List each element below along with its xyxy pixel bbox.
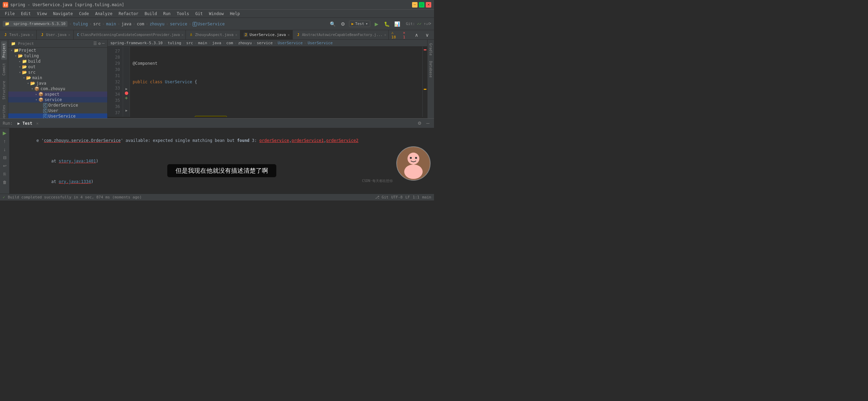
minimize-button[interactable]: ─ bbox=[412, 2, 418, 8]
breadcrumb-java[interactable]: java bbox=[212, 41, 221, 45]
menu-help[interactable]: Help bbox=[227, 11, 243, 17]
menu-tools[interactable]: Tools bbox=[174, 11, 192, 17]
tab-classpathscanning[interactable]: C ClassPathScanningCandidateComponentPro… bbox=[74, 30, 186, 39]
side-tab-commit[interactable]: Commit bbox=[1, 61, 7, 77]
toolbar-java[interactable]: java bbox=[121, 22, 131, 26]
bean1-link[interactable]: orderService bbox=[260, 138, 289, 143]
scroll-down-btn[interactable]: ∨ bbox=[423, 31, 431, 39]
menu-file[interactable]: File bbox=[2, 11, 17, 17]
encoding-label[interactable]: UTF-8 bbox=[391, 195, 402, 199]
side-tab-database[interactable]: Database bbox=[428, 59, 434, 80]
tab-close-abstractautowire[interactable]: ✕ bbox=[384, 33, 386, 37]
side-tab-gradle[interactable]: Gradle bbox=[428, 41, 434, 58]
tree-close-icon[interactable]: ─ bbox=[102, 41, 105, 46]
tab-user-java[interactable]: J User.java ✕ bbox=[37, 30, 73, 39]
code-lines[interactable]: @Component public class UserService { pr… bbox=[130, 47, 422, 117]
tab-close-user[interactable]: ✕ bbox=[68, 33, 70, 37]
wrap-btn[interactable]: ↩ bbox=[1, 162, 8, 169]
run-config-selector[interactable]: ▶ Test ▾ bbox=[349, 21, 370, 27]
tab-close-zhouyuaspect[interactable]: ✕ bbox=[235, 33, 237, 37]
debug-button[interactable]: 🐛 bbox=[383, 20, 391, 28]
tab-close-classpathscanning[interactable]: ✕ bbox=[182, 33, 184, 37]
bottom-tab-test[interactable]: ▶ Test ✕ bbox=[15, 120, 41, 126]
run-button[interactable]: ▶ bbox=[372, 20, 381, 28]
bean3-link[interactable]: orderService2 bbox=[326, 138, 359, 143]
tab-abstractautowire[interactable]: J AbstractAutowireCapableBeanFactory.j..… bbox=[293, 30, 389, 39]
toolbar-src[interactable]: src bbox=[93, 22, 101, 26]
bean2-link[interactable]: orderService1 bbox=[291, 138, 324, 143]
tree-item-comzhouyu[interactable]: ▾ 📦 com.zhouyu bbox=[8, 86, 107, 92]
tree-collapse-all-icon[interactable]: ☰ bbox=[93, 41, 97, 46]
tab-userservice[interactable]: J UserService.java ✕ bbox=[240, 30, 293, 39]
toolbar-tuling[interactable]: tuling bbox=[73, 22, 88, 26]
tree-item-tuling[interactable]: ▾ 📂 tuling bbox=[8, 53, 107, 59]
side-tab-favorites[interactable]: Favorites bbox=[1, 103, 7, 118]
scroll-up-btn-run[interactable]: ↑ bbox=[1, 138, 8, 145]
tab-test-java[interactable]: J Test.java ✕ bbox=[0, 30, 37, 39]
project-selector[interactable]: 📁 spring-framework-5.3.10 bbox=[3, 21, 68, 27]
menu-edit[interactable]: Edit bbox=[18, 11, 34, 17]
tree-item-main[interactable]: ▾ 📂 main bbox=[8, 75, 107, 81]
gutter-38-breakpoint[interactable] bbox=[123, 91, 130, 95]
tree-item-service[interactable]: ▾ 📦 service bbox=[8, 97, 107, 102]
line-ending-label[interactable]: LF bbox=[405, 195, 410, 199]
maximize-button[interactable]: □ bbox=[419, 2, 424, 8]
breadcrumb-userservice-method[interactable]: UserService bbox=[308, 41, 333, 45]
close-button[interactable]: ✕ bbox=[426, 2, 431, 8]
bottom-hide-btn[interactable]: ─ bbox=[424, 120, 431, 127]
breakpoint-38[interactable] bbox=[125, 92, 128, 95]
run-again-btn[interactable]: ▶ bbox=[1, 130, 8, 136]
menu-code[interactable]: Code bbox=[76, 11, 92, 17]
toolbar-userservice[interactable]: CUserService bbox=[193, 22, 225, 26]
breadcrumb-userservice-bc[interactable]: UserService bbox=[278, 41, 303, 45]
tab-zhouyuaspect[interactable]: A ZhouyuAspect.java ✕ bbox=[186, 30, 240, 39]
tree-item-out[interactable]: ▾ 📂 out bbox=[8, 64, 107, 70]
filter-btn[interactable]: ⊟ bbox=[1, 154, 8, 161]
toolbar-main[interactable]: main bbox=[106, 22, 116, 26]
menu-navigate[interactable]: Navigate bbox=[50, 11, 76, 17]
menu-analyze[interactable]: Analyze bbox=[92, 11, 115, 17]
breadcrumb-spring[interactable]: spring-framework-5.3.10 bbox=[110, 41, 162, 45]
stack-link-2[interactable]: ory.java:1334 bbox=[59, 179, 91, 184]
git-status-bar[interactable]: ⎇ Git bbox=[375, 195, 389, 199]
bottom-settings-btn[interactable]: ⚙ bbox=[416, 120, 423, 127]
search-everywhere-btn[interactable]: 🔍 bbox=[328, 20, 337, 28]
menu-run[interactable]: Run bbox=[160, 11, 173, 17]
toolbar-com[interactable]: com bbox=[137, 22, 144, 26]
breadcrumb-zhouyu[interactable]: zhouyu bbox=[238, 41, 252, 45]
menu-build[interactable]: Build bbox=[142, 11, 160, 17]
tree-item-userservice[interactable]: C UserService bbox=[8, 113, 107, 118]
tree-item-project[interactable]: ▾ 📁 Project bbox=[8, 48, 107, 53]
tree-item-user[interactable]: C User bbox=[8, 108, 107, 113]
tree-settings-icon[interactable]: ⚙ bbox=[98, 41, 101, 46]
tree-item-java[interactable]: ▾ 📂 java bbox=[8, 81, 107, 86]
tree-item-aspect[interactable]: ▸ 📦 aspect bbox=[8, 92, 107, 97]
breadcrumb-com[interactable]: com bbox=[226, 41, 233, 45]
breadcrumb-tuling[interactable]: tuling bbox=[168, 41, 181, 45]
side-tab-structure[interactable]: Structure bbox=[1, 79, 7, 101]
side-tab-project[interactable]: Project bbox=[1, 41, 7, 60]
run-with-coverage-btn[interactable]: 📊 bbox=[393, 20, 401, 28]
menu-view[interactable]: View bbox=[34, 11, 50, 17]
scroll-up-btn[interactable]: ∧ bbox=[412, 31, 421, 39]
toolbar-service[interactable]: service bbox=[170, 22, 188, 26]
tree-item-src[interactable]: ▾ 📂 src bbox=[8, 70, 107, 75]
tab-close-test[interactable]: ✕ bbox=[32, 33, 34, 37]
toolbar-zhouyu[interactable]: zhouyu bbox=[149, 22, 164, 26]
tree-item-orderservice[interactable]: C OrderService bbox=[8, 102, 107, 108]
menu-git[interactable]: Git bbox=[193, 11, 206, 17]
tree-item-build[interactable]: ▸ 📁 build bbox=[8, 59, 107, 64]
breadcrumb-src[interactable]: src bbox=[186, 41, 193, 45]
stack-link-1[interactable]: story.java:1401 bbox=[59, 159, 96, 163]
scroll-down-btn-run[interactable]: ↓ bbox=[1, 146, 8, 153]
menu-window[interactable]: Window bbox=[206, 11, 226, 17]
copy-btn[interactable]: ⎘ bbox=[1, 171, 8, 178]
code-area[interactable]: 27 28 29 30 31 32 33 34 35 36 37 38 39 4… bbox=[108, 47, 427, 117]
bottom-tab-test-close[interactable]: ✕ bbox=[36, 121, 39, 126]
breadcrumb-service-bc[interactable]: service bbox=[257, 41, 273, 45]
menu-refactor[interactable]: Refactor bbox=[116, 11, 141, 17]
tab-close-userservice[interactable]: ✕ bbox=[288, 33, 290, 37]
settings-btn[interactable]: ⚙ bbox=[339, 20, 347, 28]
clear-btn[interactable]: 🗑 bbox=[1, 179, 8, 186]
breadcrumb-main[interactable]: main bbox=[198, 41, 207, 45]
